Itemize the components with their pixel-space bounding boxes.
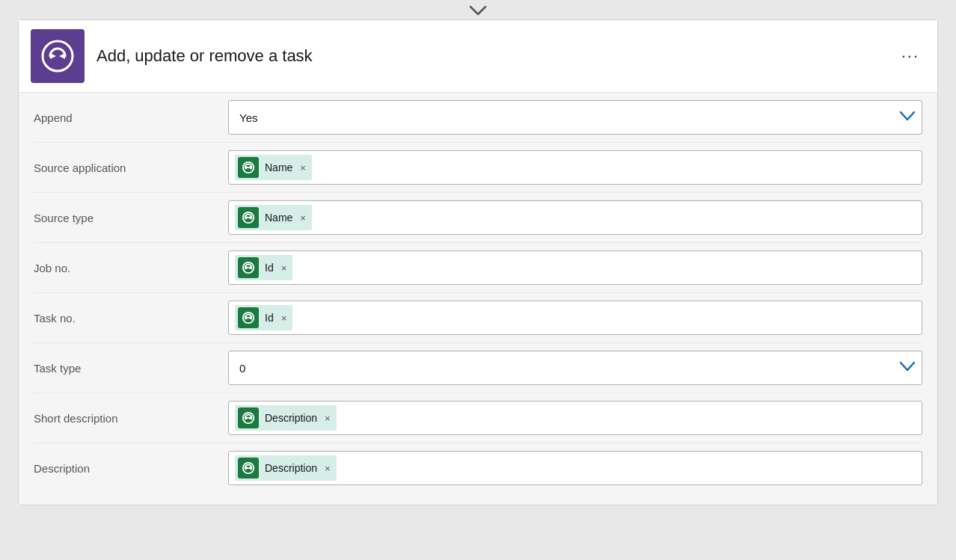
form-row-append: AppendYes [34,93,922,143]
dropdown-value-append: Yes [235,111,257,124]
dropdown-append[interactable]: Yes [228,100,922,135]
tag-close-source_application[interactable]: × [300,162,306,173]
tag-description[interactable]: Description× [235,455,337,481]
label-task_type: Task type [34,362,228,375]
sync-icon [238,458,259,479]
form-row-source_type: Source type Name× [34,193,922,243]
app-icon [31,29,85,83]
tag-text-source_application: Name [263,161,294,173]
chevron-down-icon [899,360,916,375]
tag-close-job_no[interactable]: × [281,262,287,274]
form-row-task_no: Task no. Id× [34,293,922,343]
tag-close-source_type[interactable]: × [300,212,306,224]
sync-icon [238,157,259,178]
more-options-button[interactable]: ··· [895,43,925,69]
card-body: AppendYesSource application Name×Source … [19,93,937,505]
card-title: Add, update or remove a task [96,46,895,66]
tag-close-short_description[interactable]: × [325,413,331,424]
tag-field-description[interactable]: Description× [228,451,922,485]
svg-point-0 [43,41,73,71]
form-row-source_application: Source application Name× [34,143,922,193]
tag-field-short_description[interactable]: Description× [228,401,922,435]
form-row-short_description: Short description Description× [34,393,922,443]
dropdown-value-task_type: 0 [235,362,245,375]
tag-short_description[interactable]: Description× [235,405,337,431]
tag-job_no[interactable]: Id× [235,255,292,280]
sync-icon [238,307,259,328]
sync-icon [238,207,259,228]
label-description: Description [34,462,228,475]
dropdown-task_type[interactable]: 0 [228,351,922,385]
tag-source_type[interactable]: Name× [235,205,312,230]
tag-field-job_no[interactable]: Id× [228,250,922,285]
label-append: Append [34,111,228,124]
tag-text-description: Description [263,462,319,474]
tag-field-source_application[interactable]: Name× [228,150,922,185]
tag-text-short_description: Description [263,412,319,424]
tag-text-job_no: Id [263,262,275,274]
tag-text-task_no: Id [263,312,275,324]
form-row-description: Description Description× [34,443,922,493]
form-row-task_type: Task type0 [34,343,922,393]
tag-task_no[interactable]: Id× [235,305,292,330]
label-short_description: Short description [34,412,228,425]
tag-close-task_no[interactable]: × [281,313,287,324]
card-header: Add, update or remove a task ··· [19,20,937,93]
sync-icon [238,257,259,278]
collapse-chevron[interactable] [18,0,938,19]
label-source_application: Source application [34,161,228,174]
tag-field-task_no[interactable]: Id× [228,301,922,335]
chevron-down-icon [899,110,916,125]
tag-field-source_type[interactable]: Name× [228,200,922,235]
sync-icon [238,407,259,428]
label-job_no: Job no. [34,262,228,274]
tag-close-description[interactable]: × [325,463,331,474]
tag-source_application[interactable]: Name× [235,155,312,180]
form-row-job_no: Job no. Id× [34,243,922,293]
tag-text-source_type: Name [263,212,294,224]
action-card: Add, update or remove a task ··· AppendY… [18,19,938,505]
label-task_no: Task no. [34,312,228,324]
label-source_type: Source type [34,212,228,224]
